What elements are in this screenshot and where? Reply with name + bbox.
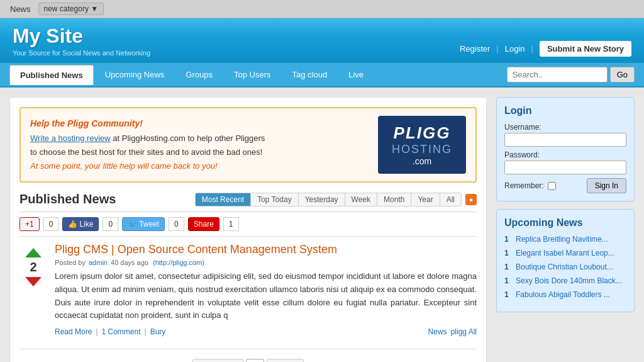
tw-count: 0 bbox=[169, 217, 184, 231]
remember-checkbox[interactable] bbox=[548, 182, 556, 190]
comment-link[interactable]: 1 Comment bbox=[102, 327, 141, 336]
login-link[interactable]: Login bbox=[505, 44, 525, 54]
header-links: Register | Login | Submit a New Story bbox=[460, 41, 631, 57]
pligg-all-link[interactable]: pligg All bbox=[451, 327, 477, 336]
divider2: | bbox=[531, 44, 533, 54]
tab-published-news[interactable]: Published News bbox=[9, 65, 94, 85]
banner-line2-rest: at PliggHosting.com to help other Pligge… bbox=[113, 133, 265, 143]
fb-label: 👍 bbox=[68, 220, 77, 229]
password-row: Password: bbox=[504, 150, 626, 174]
vote-count: 2 bbox=[30, 260, 36, 274]
twitter-button[interactable]: 🐦 Tweet bbox=[122, 217, 165, 231]
news-meta: Posted by admin 40 days ago (http://plig… bbox=[55, 259, 477, 266]
upcoming-link-2[interactable]: Elegant Isabel Marant Leop... bbox=[516, 249, 614, 257]
filter-week[interactable]: Week bbox=[345, 193, 377, 206]
register-link[interactable]: Register bbox=[460, 44, 490, 54]
list-item: 1 Boutique Christian Loubout... bbox=[504, 263, 626, 271]
banner-logo-hosting: Hosting bbox=[389, 143, 455, 156]
main-content: Help the Pligg Community! Write a hostin… bbox=[9, 97, 487, 362]
news-content: Pligg CMS | Open Source Content Manageme… bbox=[55, 243, 477, 336]
social-bar: +1 0 👍 Like 0 🐦 Tweet 0 Share 1 bbox=[19, 212, 477, 237]
site-tagline: Your Source for Social News and Networki… bbox=[13, 49, 150, 57]
filter-year[interactable]: Year bbox=[411, 193, 439, 206]
tab-tag-cloud[interactable]: Tag cloud bbox=[282, 65, 338, 85]
banner-logo-pligg: Pligg bbox=[389, 123, 455, 143]
filter-yesterday[interactable]: Yesterday bbox=[298, 193, 345, 206]
banner-logo-com: .com bbox=[389, 156, 455, 166]
tab-top-users[interactable]: Top Users bbox=[224, 65, 281, 85]
upcoming-num-2: 1 bbox=[504, 249, 512, 257]
password-label: Password: bbox=[504, 150, 626, 159]
filter-bar: Most Recent Top Today Yesterday Week Mon… bbox=[195, 193, 477, 206]
fb-like-label: Like bbox=[79, 220, 93, 229]
username-input[interactable] bbox=[504, 133, 626, 147]
share-label: Share bbox=[194, 220, 214, 229]
list-item: 1 Elegant Isabel Marant Leop... bbox=[504, 249, 626, 257]
upcoming-link-1[interactable]: Replica Breitling Navitime... bbox=[516, 235, 608, 244]
upcoming-num-1: 1 bbox=[504, 235, 512, 244]
upcoming-link-5[interactable]: Fabulous Abigail Toddlers ... bbox=[516, 290, 610, 299]
upcoming-link-3[interactable]: Boutique Christian Loubout... bbox=[516, 263, 613, 271]
news-footer: Read More | 1 Comment | Bury News pligg … bbox=[55, 327, 477, 336]
meta-user-link[interactable]: admin bbox=[89, 259, 108, 266]
next-page-button[interactable]: next » bbox=[267, 359, 304, 362]
list-item: 1 Replica Breitling Navitime... bbox=[504, 235, 626, 244]
tab-groups[interactable]: Groups bbox=[175, 65, 223, 85]
meta-url-link[interactable]: (http://pligg.com) bbox=[153, 259, 204, 266]
site-branding: My Site Your Source for Social News and … bbox=[13, 25, 150, 57]
vote-up-icon[interactable] bbox=[25, 248, 42, 257]
top-bar: News new category ▼ bbox=[0, 0, 644, 18]
prev-page-button[interactable]: « previous bbox=[192, 359, 243, 362]
news-title-link[interactable]: Pligg CMS | Open Source Content Manageme… bbox=[55, 243, 477, 256]
banner-line4: At some point, your little help will cam… bbox=[30, 159, 369, 173]
upcoming-num-4: 1 bbox=[504, 276, 512, 285]
banner-review-link[interactable]: Write a hosting review bbox=[30, 133, 111, 143]
news-item: 2 Pligg CMS | Open Source Content Manage… bbox=[19, 243, 477, 336]
banner: Help the Pligg Community! Write a hostin… bbox=[19, 107, 477, 183]
read-more-link[interactable]: Read More bbox=[55, 327, 92, 336]
tab-upcoming-news[interactable]: Upcoming News bbox=[95, 65, 175, 85]
content-wrapper: Help the Pligg Community! Write a hostin… bbox=[0, 88, 644, 362]
filter-month[interactable]: Month bbox=[377, 193, 411, 206]
share-button[interactable]: Share bbox=[188, 217, 219, 231]
gplus-label: +1 bbox=[25, 220, 34, 229]
news-category-link[interactable]: News bbox=[428, 327, 447, 336]
section-title: Published News bbox=[19, 192, 116, 206]
remember-label: Remember: bbox=[504, 181, 544, 190]
vote-box: 2 bbox=[19, 248, 47, 286]
sidebar: Login Username: Password: Remember: Sign… bbox=[496, 97, 635, 362]
gplus-button[interactable]: +1 bbox=[19, 217, 40, 231]
bury-link[interactable]: Bury bbox=[150, 327, 166, 336]
upcoming-num-5: 1 bbox=[504, 290, 512, 299]
new-category-button[interactable]: new category ▼ bbox=[38, 3, 104, 15]
login-box: Login Username: Password: Remember: Sign… bbox=[496, 97, 635, 201]
site-title: My Site bbox=[13, 25, 150, 48]
search-input[interactable] bbox=[507, 67, 608, 82]
rss-icon[interactable]: ● bbox=[465, 194, 477, 205]
vote-down-icon[interactable] bbox=[25, 277, 42, 286]
search-button[interactable]: Go bbox=[610, 67, 635, 82]
submit-story-button[interactable]: Submit a New Story bbox=[540, 41, 631, 57]
list-item: 1 Fabulous Abigail Toddlers ... bbox=[504, 290, 626, 299]
news-link[interactable]: News bbox=[6, 3, 35, 15]
filter-top-today[interactable]: Top Today bbox=[250, 193, 298, 206]
header: My Site Your Source for Social News and … bbox=[0, 18, 644, 63]
tab-live[interactable]: Live bbox=[338, 65, 374, 85]
upcoming-title: Upcoming News bbox=[504, 217, 626, 229]
list-item: 1 Sexy Bois Dore 140mm Black... bbox=[504, 276, 626, 285]
filter-most-recent[interactable]: Most Recent bbox=[195, 193, 250, 206]
facebook-button[interactable]: 👍 Like bbox=[62, 217, 99, 231]
gplus-count: 0 bbox=[43, 217, 59, 231]
username-row: Username: bbox=[504, 123, 626, 147]
tw-bird-icon: 🐦 bbox=[128, 220, 137, 229]
password-input[interactable] bbox=[504, 161, 626, 174]
username-label: Username: bbox=[504, 123, 626, 132]
banner-line2: Write a hosting review at PliggHosting.c… bbox=[30, 132, 369, 145]
signin-button[interactable]: Sign In bbox=[587, 178, 626, 193]
login-title: Login bbox=[504, 105, 626, 116]
filter-all[interactable]: All bbox=[440, 193, 462, 206]
upcoming-link-4[interactable]: Sexy Bois Dore 140mm Black... bbox=[516, 276, 622, 285]
upcoming-num-3: 1 bbox=[504, 263, 512, 271]
news-footer-right: News pligg All bbox=[428, 327, 477, 336]
banner-logo: Pligg Hosting .com bbox=[378, 116, 466, 174]
